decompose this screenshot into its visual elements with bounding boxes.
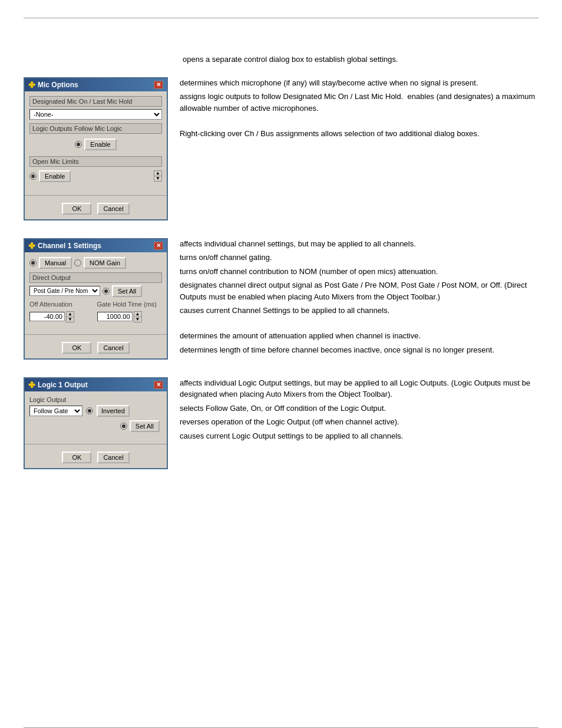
logic1-set-all-button[interactable]: Set All (130, 420, 160, 432)
gate-hold-down[interactable]: ▼ (134, 317, 141, 322)
logic1-output-label: Logic Output (29, 396, 162, 403)
logic1-dropdown-row: Follow Gate Inverted (29, 405, 162, 417)
content-area: opens a separate control dialog box to e… (0, 18, 562, 499)
logic1-section: ✤ Logic 1 Output ✕ Logic Output Follow G… (24, 377, 538, 469)
channel1-gate-radio[interactable] (29, 259, 37, 266)
channel1-desc2: turns on/off channel gating. (180, 252, 538, 263)
mic-options-enable-button[interactable]: Enable (84, 139, 116, 150)
intro-right-text: opens a separate control dialog box to e… (177, 30, 538, 65)
logic1-set-all-row: Set All (29, 420, 162, 432)
mic-options-enable-row: Enable (29, 136, 162, 153)
mic-options-dropdown[interactable]: -None- (29, 109, 162, 120)
logic1-title-star: ✤ (28, 380, 35, 390)
intro-left (24, 30, 177, 65)
logic1-description: affects individual Logic Output settings… (180, 377, 538, 444)
logic1-set-all-radio[interactable] (120, 423, 127, 430)
channel1-ok-button[interactable]: OK (62, 342, 91, 354)
off-attenuation-input[interactable] (29, 312, 65, 321)
mic-options-desc4: Right-clicking over Ch / Bus assignments… (180, 128, 538, 140)
logic1-desc4: causes current Logic Output settings to … (180, 430, 538, 442)
mic-options-radio1[interactable] (75, 141, 82, 148)
logic1-dropdown[interactable]: Follow Gate (29, 406, 82, 416)
channel1-desc5: causes current Channel Settings to be ap… (180, 305, 538, 317)
mic-options-section: ✤ Mic Options ✕ Designated Mic On / Last… (24, 77, 538, 220)
mic-options-desc2: assigns logic outputs to follow Designat… (180, 91, 538, 114)
off-attenuation-label: Off Attenuation (29, 301, 95, 308)
gate-hold-input[interactable] (97, 312, 133, 321)
channel1-direct-output-row: Post Gate / Pre Nom Set All (29, 285, 162, 297)
channel1-cancel-button[interactable]: Cancel (97, 342, 129, 354)
mic-options-radio2[interactable] (29, 173, 37, 180)
channel1-manual-button[interactable]: Manual (39, 257, 72, 269)
channel1-dialog: ✤ Channel 1 Settings ✕ Manual NOM Gain D… (24, 238, 168, 360)
mic-options-dropdown-row: -None- (29, 109, 162, 120)
mic-options-enable2-button[interactable]: Enable (39, 170, 71, 182)
intro-section: opens a separate control dialog box to e… (24, 30, 538, 65)
mic-options-section1-label: Designated Mic On / Last Mic Hold (29, 96, 162, 107)
logic1-desc2: selects Follow Gate, On, or Off conditio… (180, 403, 538, 414)
mic-options-dialog: ✤ Mic Options ✕ Designated Mic On / Last… (24, 77, 168, 220)
mic-options-body: Designated Mic On / Last Mic Hold -None-… (25, 91, 167, 192)
mic-options-cancel-button[interactable]: Cancel (97, 203, 129, 215)
spinner-down[interactable]: ▼ (154, 176, 161, 181)
off-attenuation-spinner[interactable]: ▲ ▼ (66, 311, 74, 322)
logic1-body: Logic Output Follow Gate Inverted Set Al… (25, 391, 167, 440)
gate-hold-label: Gate Hold Time (ms) (97, 301, 163, 308)
mic-options-close-button[interactable]: ✕ (154, 81, 163, 89)
channel1-desc4: designates channel direct output signal … (180, 279, 538, 302)
channel1-nom-gain-button[interactable]: NOM Gain (84, 257, 126, 269)
channel1-direct-output-dropdown[interactable]: Post Gate / Pre Nom (29, 286, 100, 296)
logic1-title-left: ✤ Logic 1 Output (28, 380, 88, 390)
logic1-inverted-button[interactable]: Inverted (97, 405, 130, 417)
channel1-title: Channel 1 Settings (38, 242, 101, 250)
page: opens a separate control dialog box to e… (0, 18, 562, 728)
channel1-set-all-button[interactable]: Set All (112, 285, 142, 297)
logic1-desc1: affects individual Logic Output settings… (180, 377, 538, 400)
mic-options-title-left: ✤ Mic Options (28, 80, 78, 90)
channel1-desc3: turns on/off channel contribution to NOM… (180, 266, 538, 278)
mic-options-section2-label: Logic Outputs Follow Mic Logic (29, 123, 162, 134)
logic1-ok-button[interactable]: OK (62, 452, 91, 463)
channel1-params-inputs: ▲ ▼ ▲ ▼ (29, 311, 162, 322)
mic-options-description: determines which microphone (if any) wil… (180, 77, 538, 142)
channel1-desc7: determines length of time before channel… (180, 344, 538, 356)
logic1-desc3: reverses operation of the Logic Output (… (180, 416, 538, 428)
channel1-title-left: ✤ Channel 1 Settings (28, 241, 101, 251)
gate-hold-spinner[interactable]: ▲ ▼ (134, 311, 142, 322)
logic1-inverted-radio[interactable] (86, 407, 93, 414)
open-mic-spinner[interactable]: ▲ ▼ (154, 170, 162, 182)
mic-options-titlebar: ✤ Mic Options ✕ (25, 78, 167, 91)
channel1-params-labels: Off Attenuation Gate Hold Time (ms) (29, 301, 162, 308)
channel1-description: affects individual channel settings, but… (180, 238, 538, 358)
mic-options-ok-button[interactable]: OK (62, 203, 91, 215)
off-attenuation-row: ▲ ▼ (29, 311, 95, 322)
mic-options-open-mic-row: Enable ▲ ▼ (29, 169, 162, 183)
gate-hold-row: ▲ ▼ (97, 311, 163, 322)
logic1-title: Logic 1 Output (38, 381, 88, 389)
channel1-section: ✤ Channel 1 Settings ✕ Manual NOM Gain D… (24, 238, 538, 360)
channel1-desc1: affects individual channel settings, but… (180, 238, 538, 250)
channel1-direct-output-label: Direct Output (29, 272, 162, 283)
channel1-direct-radio[interactable] (103, 288, 110, 295)
channel1-body: Manual NOM Gain Direct Output Post Gate … (25, 252, 167, 331)
channel1-top-row: Manual NOM Gain (29, 257, 162, 269)
logic1-cancel-button[interactable]: Cancel (97, 452, 129, 463)
mic-options-footer: OK Cancel (25, 199, 167, 219)
off-atten-down[interactable]: ▼ (67, 317, 74, 322)
channel1-desc6: determines the amount of attenuation app… (180, 330, 538, 342)
title-star-icon: ✤ (28, 80, 35, 90)
channel1-nom-radio[interactable] (74, 259, 81, 266)
channel1-footer: OK Cancel (25, 338, 167, 358)
logic1-dialog: ✤ Logic 1 Output ✕ Logic Output Follow G… (24, 377, 168, 469)
logic1-footer: OK Cancel (25, 448, 167, 468)
mic-options-desc1: determines which microphone (if any) wil… (180, 77, 538, 89)
channel1-close-button[interactable]: ✕ (154, 242, 163, 250)
logic1-titlebar: ✤ Logic 1 Output ✕ (25, 378, 167, 391)
channel1-titlebar: ✤ Channel 1 Settings ✕ (25, 239, 167, 252)
mic-options-section3-label: Open Mic Limits (29, 156, 162, 167)
logic1-close-button[interactable]: ✕ (154, 381, 163, 389)
mic-options-title: Mic Options (38, 81, 78, 89)
channel1-title-star: ✤ (28, 241, 35, 251)
